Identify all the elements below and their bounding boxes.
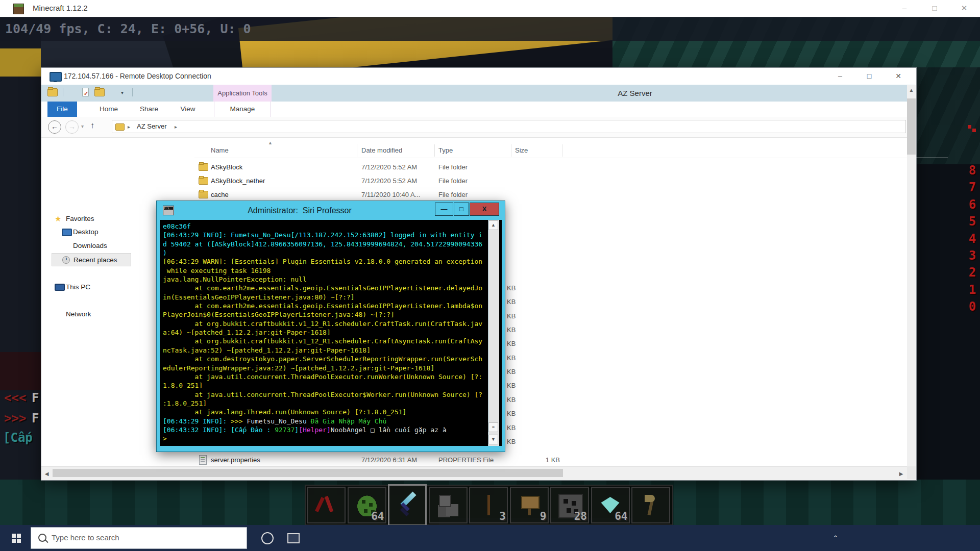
cobblestone-stairs-item bbox=[437, 494, 459, 516]
column-separator[interactable] bbox=[562, 144, 562, 157]
horizontal-scrollbar-thumb[interactable] bbox=[53, 469, 563, 477]
hotbar-slot-2[interactable]: 64 bbox=[348, 487, 386, 523]
folder-icon bbox=[199, 177, 208, 185]
close-button[interactable]: X bbox=[470, 203, 499, 216]
scroll-up-icon[interactable]: ▲ bbox=[488, 220, 498, 230]
hotbar-slot-3[interactable] bbox=[388, 484, 427, 526]
file-size: 1 KB bbox=[521, 456, 560, 464]
properties-icon[interactable] bbox=[82, 88, 89, 96]
tab-manage[interactable]: Manage bbox=[214, 102, 271, 117]
qat-customize-caret[interactable]: ▾ bbox=[121, 90, 124, 95]
console-line: at org.bukkit.craftbukkit.v1_12_R1.sched… bbox=[163, 319, 482, 328]
maximize-button[interactable]: □ bbox=[856, 68, 882, 84]
file-size-fragment: KB bbox=[507, 284, 516, 292]
folder-icon bbox=[115, 123, 125, 131]
maximize-button[interactable]: □ bbox=[454, 203, 469, 216]
file-size-fragment: KB bbox=[507, 410, 516, 417]
tab-home[interactable]: Home bbox=[88, 102, 129, 117]
hidden-icons-chevron[interactable]: ⌃ bbox=[828, 525, 843, 551]
tab-file[interactable]: File bbox=[47, 102, 77, 117]
tab-view[interactable]: View bbox=[169, 102, 207, 117]
sidebar-item-label: Downloads bbox=[73, 242, 107, 249]
chat-fragment-text: >>> bbox=[4, 411, 26, 425]
column-header-size[interactable]: Size bbox=[515, 146, 528, 154]
start-button[interactable] bbox=[4, 525, 29, 551]
scroll-down-icon[interactable]: ▼ bbox=[488, 435, 498, 444]
hotbar-slot-1[interactable] bbox=[307, 487, 346, 523]
hotbar-slot-6[interactable]: 9 bbox=[510, 487, 549, 523]
column-header-type[interactable]: Type bbox=[438, 146, 453, 154]
table-row[interactable]: server.properties7/12/2020 6:31 AMPROPER… bbox=[194, 454, 948, 467]
column-separator[interactable] bbox=[357, 144, 357, 157]
breadcrumb[interactable]: AZ Server bbox=[137, 122, 167, 130]
console-line: at java.util.concurrent.ThreadPoolExecut… bbox=[163, 390, 482, 399]
network-icon bbox=[55, 310, 63, 318]
file-name: server.properties bbox=[211, 456, 260, 464]
minecraft-window-title: Minecraft 1.12.2 bbox=[33, 4, 88, 12]
hotbar-slot-8[interactable]: 64 bbox=[591, 487, 630, 523]
file-date: 7/12/2020 6:31 AM bbox=[361, 456, 417, 464]
table-row[interactable]: ASkyBlock7/12/2020 5:52 AMFile folder bbox=[194, 161, 948, 174]
console-line: edulerReportingWrapper.java:22) ~[patche… bbox=[163, 364, 482, 372]
address-bar-row: ← → ▾ ↑ ▸ AZ Server ▸ bbox=[41, 117, 915, 138]
column-header-name[interactable]: Name bbox=[211, 146, 229, 154]
cortana-button[interactable] bbox=[255, 525, 280, 551]
minimize-button[interactable]: – bbox=[827, 68, 853, 84]
scroll-left-icon[interactable]: ◀ bbox=[42, 471, 51, 477]
table-row[interactable]: ASkyBlock_nether7/12/2020 5:52 AMFile fo… bbox=[194, 174, 948, 188]
recent-locations-caret[interactable]: ▾ bbox=[81, 123, 84, 129]
close-button[interactable]: ✕ bbox=[886, 68, 911, 84]
column-header-date[interactable]: Date modified bbox=[361, 146, 402, 154]
console-output[interactable]: e08c36f[06:43:29 INFO]: Fumetsu_No_Desu[… bbox=[160, 220, 502, 446]
hotbar-slot-5[interactable]: 3 bbox=[469, 487, 508, 523]
back-button[interactable]: ← bbox=[48, 120, 61, 134]
hotbar-slot-4[interactable] bbox=[429, 487, 468, 523]
taskbar-search-input[interactable]: Type here to search bbox=[31, 527, 247, 549]
stick-item bbox=[477, 494, 500, 516]
minimize-button[interactable]: — bbox=[435, 203, 453, 216]
minecraft-debug-text: 104/49 fps, C: 24, E: 0+56, U: 0 bbox=[5, 21, 251, 36]
scoreboard-mark bbox=[968, 125, 971, 129]
new-folder-icon[interactable] bbox=[94, 88, 105, 96]
console-line: java.lang.NullPointerException: null bbox=[163, 275, 482, 284]
bg-shape bbox=[0, 48, 41, 77]
minecraft-debug-band: 104/49 fps, C: 24, E: 0+56, U: 0 bbox=[0, 17, 980, 41]
minimize-button[interactable]: – bbox=[893, 0, 916, 16]
address-bar[interactable]: ▸ AZ Server ▸ bbox=[112, 120, 906, 133]
scroll-up-icon[interactable]: ▲ bbox=[907, 87, 916, 93]
minecraft-hotbar: 64392864 bbox=[305, 485, 673, 525]
console-line: ) bbox=[163, 248, 482, 257]
file-size-fragment: KB bbox=[507, 340, 516, 347]
file-size-fragment: KB bbox=[507, 312, 516, 320]
chat-fragment-text: [Cấp bbox=[3, 431, 33, 445]
sidebar-item-label: Network bbox=[66, 310, 91, 318]
screen: 876543210 <<<F>>>F[Cấp Minecraft 1.12.2 … bbox=[0, 0, 980, 551]
folder-icon[interactable] bbox=[47, 88, 58, 96]
sidebar-item-recent-places[interactable]: Recent places bbox=[52, 253, 131, 266]
task-view-button[interactable] bbox=[282, 525, 304, 551]
console-line: in(EssentialsGeoIPPlayerListener.java:80… bbox=[163, 293, 482, 302]
tab-share[interactable]: Share bbox=[129, 102, 169, 117]
console-scrollbar[interactable] bbox=[488, 220, 499, 446]
column-separator[interactable] bbox=[434, 144, 435, 157]
breadcrumb-arrow-icon[interactable]: ▸ bbox=[175, 123, 177, 131]
column-separator[interactable] bbox=[511, 144, 511, 157]
table-row[interactable]: cache7/11/2020 10:40 A...File folder bbox=[194, 188, 948, 202]
console-titlebar[interactable]: Administrator: Siri Professor — □ X bbox=[157, 201, 505, 220]
application-tools-tab[interactable]: Application Tools bbox=[213, 85, 272, 102]
vertical-scrollbar-thumb[interactable] bbox=[907, 98, 916, 155]
separator bbox=[63, 88, 63, 96]
scroll-right-icon[interactable]: ▶ bbox=[897, 471, 905, 477]
up-button[interactable]: ↑ bbox=[90, 121, 94, 130]
golden-axe-item bbox=[640, 494, 662, 516]
breadcrumb-arrow-icon[interactable]: ▸ bbox=[128, 123, 130, 131]
explorer-quick-access-toolbar: ▾ Application Tools AZ Server bbox=[41, 85, 915, 102]
forward-button[interactable]: → bbox=[65, 120, 79, 134]
hotbar-slot-7[interactable]: 28 bbox=[550, 487, 589, 523]
item-count: 64 bbox=[371, 510, 384, 522]
scrollbar-grip-icon[interactable]: ≡ bbox=[488, 422, 498, 432]
hotbar-slot-9[interactable] bbox=[631, 487, 670, 523]
maximize-button[interactable]: □ bbox=[923, 0, 946, 16]
rdp-titlebar[interactable]: 172.104.57.166 - Remote Desktop Connecti… bbox=[41, 68, 915, 85]
close-button[interactable]: ✕ bbox=[952, 0, 976, 16]
